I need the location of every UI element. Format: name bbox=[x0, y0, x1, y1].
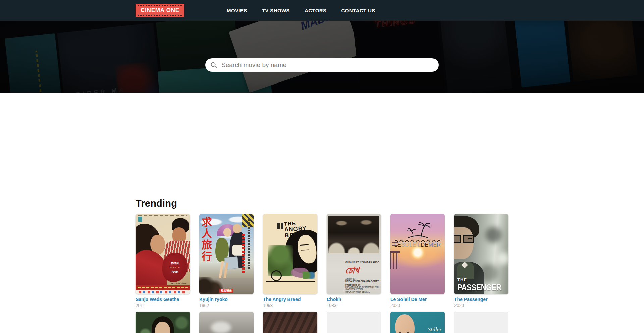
art-shape bbox=[277, 223, 280, 229]
movie-card[interactable]: CHOKH/LES YEUX/DAS AUGE চোখ A FILM BY UT… bbox=[327, 214, 381, 308]
sweater-shape bbox=[457, 262, 474, 279]
art-shape bbox=[392, 241, 398, 246]
art-shape bbox=[266, 281, 315, 282]
movie-title[interactable]: Le Soleil De Mer bbox=[390, 296, 445, 302]
movie-poster-woman-foliage[interactable] bbox=[136, 312, 190, 333]
hero-overlay bbox=[0, 21, 644, 93]
art-shape bbox=[138, 215, 187, 216]
movie-card[interactable]: ಸಂಜು WEDS ಗೀತಾ a NAGSHEKAR film Sanju We… bbox=[136, 214, 190, 308]
art-shape bbox=[138, 217, 142, 222]
wheel-shape bbox=[271, 270, 282, 281]
search-input[interactable] bbox=[221, 61, 434, 69]
credits-band bbox=[136, 285, 190, 290]
movie-title[interactable]: The Passenger bbox=[454, 296, 508, 302]
woman-face-shape bbox=[223, 228, 231, 237]
poster-script-title: চোখ bbox=[345, 265, 379, 275]
movie-poster-placeholder[interactable] bbox=[327, 312, 381, 333]
pier-shape bbox=[390, 245, 400, 269]
movie-grid: ಸಂಜು WEDS ಗೀತಾ a NAGSHEKAR film Sanju We… bbox=[136, 214, 508, 333]
poster-script-line: ಸಂಜು bbox=[171, 261, 179, 265]
palm-island-icon bbox=[404, 222, 432, 239]
movie-title[interactable]: The Angry Breed bbox=[263, 296, 317, 302]
movie-poster-the-passenger[interactable]: THE PASSENGER bbox=[454, 214, 508, 294]
main-content: Trending ಸಂಜು WEDS ಗೀತಾ a NAGSHEKAR film bbox=[136, 93, 508, 333]
movie-poster-chokh[interactable]: CHOKH/LES YEUX/DAS AUGE চোখ A FILM BY UT… bbox=[327, 214, 381, 294]
movie-card[interactable]: POETRA bbox=[263, 312, 317, 333]
movie-poster-the-angry-breed[interactable]: THE ANGRY BREED bbox=[263, 214, 317, 294]
movie-card[interactable] bbox=[136, 312, 190, 333]
poster-title-line: PASSENGER bbox=[457, 283, 502, 292]
movie-year: 1983 bbox=[327, 303, 381, 308]
nav-item-contact-us[interactable]: CONTACT US bbox=[341, 8, 375, 13]
man-face-shape bbox=[233, 224, 241, 233]
art-shape bbox=[138, 287, 188, 288]
man-face-shape bbox=[395, 314, 415, 333]
movie-year: 1968 bbox=[263, 303, 317, 308]
header-inner: CINEMA ONE MOVIES TV-SHOWS ACTORS CONTAC… bbox=[136, 0, 508, 21]
studio-stamp-text: 松竹映画 bbox=[219, 289, 233, 293]
poster-credit-text: GOVT. OF WEST BENGAL bbox=[345, 291, 379, 293]
nav-item-tv-shows[interactable]: TV-SHOWS bbox=[262, 8, 290, 13]
poster-text-block: CHOKH/LES YEUX/DAS AUGE চোখ A FILM BY UT… bbox=[345, 261, 379, 293]
art-shape bbox=[454, 235, 461, 243]
logos-band bbox=[136, 290, 190, 294]
poster-credit-text: CULTURAL AFFAIRS bbox=[345, 288, 379, 290]
movie-card[interactable] bbox=[454, 312, 508, 333]
logo[interactable]: CINEMA ONE bbox=[136, 4, 184, 17]
movie-title[interactable]: Chokh bbox=[327, 296, 381, 302]
header: CINEMA ONE MOVIES TV-SHOWS ACTORS CONTAC… bbox=[0, 0, 644, 21]
poster-title-line: THE bbox=[457, 278, 508, 282]
red-text-column-shape bbox=[242, 233, 245, 273]
movie-poster-poetra[interactable]: POETRA bbox=[263, 312, 317, 333]
movie-card[interactable]: 求人旅行 松竹映画 Kyūjin ryokō 1962 bbox=[199, 214, 254, 308]
trending-heading: Trending bbox=[136, 198, 508, 209]
poster-title-part: SOLEIL bbox=[401, 242, 421, 248]
movie-poster-stiller[interactable]: Stiller bbox=[390, 312, 445, 333]
glasses-shape bbox=[454, 235, 474, 243]
poster-script-line: ಗೀತಾ bbox=[172, 270, 179, 274]
poster-subtitle: CHOKH/LES YEUX/DAS AUGE bbox=[345, 261, 379, 263]
nav-item-actors[interactable]: ACTORS bbox=[305, 8, 326, 13]
search-bar[interactable] bbox=[205, 58, 439, 72]
hero-banner: SPIDER MAN AMERICAN MADE STRANGER THINGS… bbox=[0, 21, 644, 93]
title-blob: ಸಂಜು WEDS ಗೀತಾ bbox=[162, 253, 188, 282]
motorcycle-collage-shape bbox=[268, 245, 293, 276]
poster-title-part: DE bbox=[421, 242, 429, 248]
poster-credit-text: a NAGSHEKAR film bbox=[171, 283, 186, 285]
art-shape bbox=[139, 291, 186, 293]
movie-poster-coffeehouse[interactable]: COFFEEHOUSE bbox=[199, 312, 254, 333]
movie-poster-kyujin-ryoko[interactable]: 求人旅行 松竹映画 bbox=[199, 214, 254, 294]
poster-title-part: MER bbox=[429, 242, 441, 248]
black-text-column-shape bbox=[248, 219, 250, 269]
movie-poster-sanju-weds-geetha[interactable]: ಸಂಜು WEDS ಗೀತಾ a NAGSHEKAR film bbox=[136, 214, 190, 294]
poster-title-text: Stiller bbox=[428, 326, 442, 333]
movie-poster-le-soleil-de-mer[interactable]: LESOLEILDEMER bbox=[390, 214, 445, 294]
poster-kanji-text: 求人旅行 bbox=[201, 217, 211, 262]
suitcase-shape bbox=[224, 256, 239, 270]
movie-title[interactable]: Kyūjin ryokō bbox=[199, 296, 254, 302]
movie-year: 2011 bbox=[136, 303, 190, 308]
poster-title-block: THE PASSENGER bbox=[457, 278, 508, 292]
movie-card[interactable]: Stiller bbox=[390, 312, 445, 333]
art-shape bbox=[303, 272, 315, 279]
movie-year: 2020 bbox=[390, 303, 445, 308]
movie-card[interactable]: THE ANGRY BREED The Angry Breed 1968 bbox=[263, 214, 317, 308]
poster-weds-text: WEDS bbox=[170, 266, 180, 269]
art-shape bbox=[463, 235, 474, 243]
movie-year: 1962 bbox=[199, 303, 254, 308]
movie-card[interactable] bbox=[327, 312, 381, 333]
movie-card[interactable]: LESOLEILDEMER Le Soleil De Mer 2020 bbox=[390, 214, 445, 308]
search-icon bbox=[210, 61, 217, 69]
movie-card[interactable]: COFFEEHOUSE bbox=[199, 312, 254, 333]
movie-title[interactable]: Sanju Weds Geetha bbox=[136, 296, 190, 302]
hands-shape bbox=[328, 235, 379, 253]
page: { "colors": { "accent_red": "#e9544a", "… bbox=[0, 0, 644, 333]
nav-item-movies[interactable]: MOVIES bbox=[227, 8, 247, 13]
movie-card[interactable]: THE PASSENGER The Passenger 2020 bbox=[454, 214, 508, 308]
main-nav: MOVIES TV-SHOWS ACTORS CONTACT US bbox=[227, 8, 375, 13]
poster-credit-text: UTPALENDU CHAKRABORTY bbox=[345, 280, 379, 282]
movie-poster-placeholder[interactable] bbox=[454, 312, 508, 333]
movie-year: 2020 bbox=[454, 303, 508, 308]
